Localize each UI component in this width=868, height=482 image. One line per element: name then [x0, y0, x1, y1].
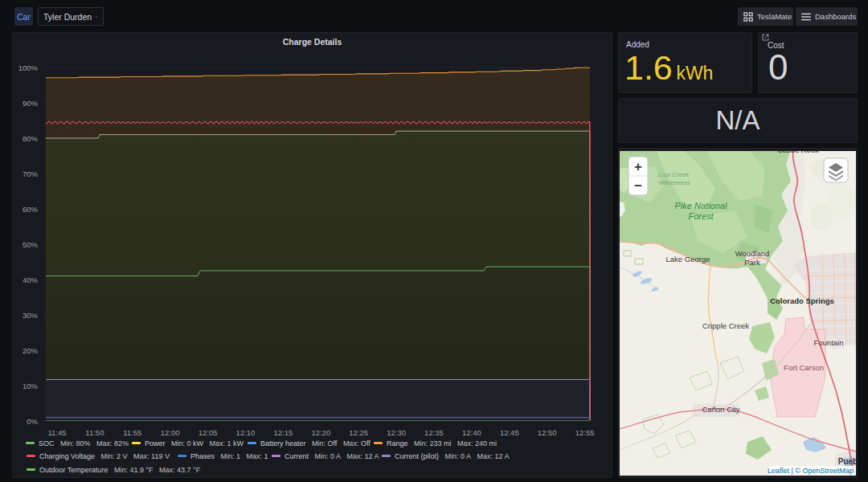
- svg-text:10%: 10%: [23, 382, 39, 390]
- svg-text:12:55: 12:55: [575, 428, 595, 437]
- svg-text:Castle Rock: Castle Rock: [777, 151, 820, 154]
- svg-text:12:25: 12:25: [349, 428, 368, 437]
- svg-text:Cripple Creek: Cripple Creek: [702, 321, 749, 330]
- svg-text:12:15: 12:15: [274, 428, 293, 437]
- svg-text:40%: 40%: [23, 276, 39, 284]
- svg-text:12:35: 12:35: [424, 428, 444, 437]
- svg-text:Lost Creek: Lost Creek: [658, 171, 690, 178]
- svg-text:70%: 70%: [23, 170, 39, 178]
- svg-text:30%: 30%: [23, 311, 39, 320]
- svg-text:+: +: [634, 159, 642, 174]
- svg-text:Lake George: Lake George: [666, 255, 710, 263]
- svg-text:−: −: [634, 178, 642, 194]
- svg-text:Fountain: Fountain: [814, 338, 844, 347]
- svg-text:12:40: 12:40: [462, 428, 481, 437]
- svg-text:12:50: 12:50: [538, 428, 557, 437]
- svg-text:Woodland: Woodland: [735, 249, 770, 258]
- svg-text:12:10: 12:10: [236, 428, 256, 437]
- svg-text:Pueb: Pueb: [838, 457, 856, 466]
- svg-text:12:00: 12:00: [161, 428, 180, 437]
- svg-text:11:45: 11:45: [47, 428, 66, 437]
- svg-text:Wilderness: Wilderness: [658, 179, 690, 186]
- svg-text:20%: 20%: [23, 346, 39, 355]
- svg-text:11:50: 11:50: [85, 428, 104, 437]
- svg-text:12:20: 12:20: [311, 428, 330, 437]
- svg-text:90%: 90%: [23, 99, 39, 108]
- svg-text:Leaflet | © OpenStreetMap: Leaflet | © OpenStreetMap: [768, 467, 854, 475]
- svg-text:60%: 60%: [23, 205, 39, 214]
- svg-text:12:05: 12:05: [199, 428, 218, 437]
- svg-text:11:55: 11:55: [123, 428, 141, 437]
- svg-text:Fort Carson: Fort Carson: [784, 363, 824, 372]
- svg-text:80%: 80%: [23, 134, 39, 143]
- svg-text:Cañon City: Cañon City: [702, 405, 740, 414]
- svg-text:12:30: 12:30: [387, 428, 406, 437]
- svg-text:Forest: Forest: [688, 211, 714, 221]
- svg-text:Colorado Springs: Colorado Springs: [770, 296, 834, 305]
- svg-text:Pike National: Pike National: [675, 201, 727, 210]
- svg-text:50%: 50%: [23, 240, 39, 249]
- svg-text:100%: 100%: [18, 63, 39, 72]
- svg-text:0%: 0%: [27, 417, 38, 426]
- svg-text:12:45: 12:45: [500, 428, 519, 437]
- svg-text:Park: Park: [744, 258, 760, 267]
